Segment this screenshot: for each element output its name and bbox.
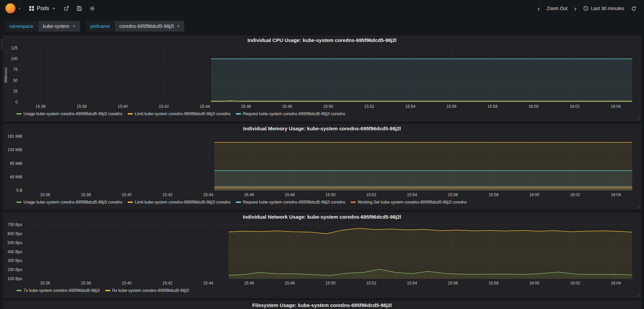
legend-label: Rx kube-system coredns-695f96dcd5-98j2l bbox=[112, 288, 189, 293]
svg-text:15:52: 15:52 bbox=[366, 281, 376, 285]
svg-text:15:58: 15:58 bbox=[488, 192, 498, 197]
svg-text:50: 50 bbox=[13, 78, 18, 83]
svg-text:15:46: 15:46 bbox=[244, 281, 254, 285]
chevron-down-icon: ▼ bbox=[177, 25, 180, 28]
panel-title[interactable]: Individual Network Usage: kube-system co… bbox=[3, 213, 641, 222]
legend-item[interactable]: Request kube-system coredns-695f96dcd5-9… bbox=[236, 200, 345, 205]
svg-text:95 MiB: 95 MiB bbox=[10, 161, 22, 166]
cpu-usage-chart[interactable]: 15:3615:3815:4015:4215:4415:4615:4815:50… bbox=[3, 45, 641, 111]
legend-item[interactable]: Request kube-system coredns-695f96dcd5-9… bbox=[236, 112, 345, 116]
legend-item[interactable]: Usage kube-system coredns-695f96dcd5-98j… bbox=[16, 200, 122, 205]
svg-text:15:42: 15:42 bbox=[162, 192, 172, 197]
legend-swatch bbox=[105, 290, 110, 291]
panel-resize-handle[interactable] bbox=[637, 117, 640, 120]
svg-text:16:04: 16:04 bbox=[611, 281, 621, 285]
share-button[interactable] bbox=[61, 3, 72, 14]
legend-label: Usage kube-system coredns-695f96dcd5-98j… bbox=[24, 200, 122, 205]
svg-text:15:42: 15:42 bbox=[159, 104, 169, 109]
svg-text:15:40: 15:40 bbox=[122, 192, 132, 197]
variable-podname-label: podname bbox=[86, 21, 114, 32]
memory-usage-legend: Usage kube-system coredns-695f96dcd5-98j… bbox=[16, 200, 638, 205]
share-icon bbox=[64, 6, 69, 11]
svg-text:200 Bps: 200 Bps bbox=[7, 267, 22, 272]
panel-network-usage: Individual Network Usage: kube-system co… bbox=[3, 212, 641, 298]
svg-text:125: 125 bbox=[11, 46, 17, 50]
dashboard-picker-button[interactable]: Pods ▼ bbox=[25, 3, 59, 14]
svg-text:75: 75 bbox=[13, 67, 18, 72]
variable-podname-dropdown[interactable]: coredns-695f96dcd5-98j2l ▼ bbox=[115, 21, 184, 32]
variable-namespace-dropdown[interactable]: kube-system ▼ bbox=[38, 21, 80, 32]
svg-text:16:00: 16:00 bbox=[529, 281, 539, 285]
zoom-out-right-chevron[interactable]: › bbox=[571, 5, 579, 12]
panel-memory-usage: Individual Memory Usage: kube-system cor… bbox=[3, 124, 641, 210]
svg-text:143 MiB: 143 MiB bbox=[7, 147, 22, 152]
panel-resize-handle[interactable] bbox=[637, 294, 640, 297]
svg-text:15:38: 15:38 bbox=[77, 104, 87, 109]
variable-namespace: namespace kube-system ▼ bbox=[5, 21, 80, 32]
zoom-out-button[interactable]: Zoom Out bbox=[543, 3, 571, 14]
gear-icon bbox=[89, 6, 95, 11]
legend-swatch bbox=[236, 202, 241, 203]
variable-namespace-label: namespace bbox=[5, 21, 38, 32]
save-icon bbox=[77, 6, 82, 11]
svg-text:16:02: 16:02 bbox=[570, 192, 580, 197]
svg-text:15:56: 15:56 bbox=[448, 192, 458, 197]
svg-text:16:02: 16:02 bbox=[570, 104, 580, 109]
legend-item[interactable]: Limit kube-system coredns-695f96dcd5-98j… bbox=[128, 200, 231, 205]
svg-text:15:36: 15:36 bbox=[40, 192, 50, 197]
svg-text:0: 0 bbox=[15, 100, 18, 104]
legend-label: Limit kube-system coredns-695f96dcd5-98j… bbox=[135, 112, 231, 116]
panel-title[interactable]: Individual CPU Usage: kube-system coredn… bbox=[3, 36, 641, 45]
svg-text:15:36: 15:36 bbox=[40, 281, 50, 285]
svg-text:15:54: 15:54 bbox=[405, 104, 415, 109]
svg-text:15:52: 15:52 bbox=[366, 192, 376, 197]
svg-text:15:44: 15:44 bbox=[203, 192, 213, 197]
settings-button[interactable] bbox=[86, 3, 98, 14]
memory-usage-chart[interactable]: 15:3615:3815:4015:4215:4415:4615:4815:50… bbox=[3, 134, 641, 199]
panel-cpu-usage: Individual CPU Usage: kube-system coredn… bbox=[3, 36, 641, 121]
svg-text:15:54: 15:54 bbox=[407, 281, 417, 285]
legend-swatch bbox=[16, 202, 22, 203]
svg-text:16:04: 16:04 bbox=[611, 104, 621, 109]
legend-label: Usage kube-system coredns-695f96dcd5-98j… bbox=[24, 112, 122, 116]
panel-resize-handle[interactable] bbox=[637, 205, 640, 209]
legend-label: Request kube-system coredns-695f96dcd5-9… bbox=[243, 112, 345, 116]
svg-text:300 Bps: 300 Bps bbox=[7, 258, 22, 263]
time-range-label: Last 30 minutes bbox=[591, 6, 624, 11]
svg-text:25: 25 bbox=[13, 89, 18, 94]
panel-title[interactable]: Filesystem Usage: kube-system coredns-69… bbox=[3, 301, 641, 309]
svg-text:15:48: 15:48 bbox=[285, 192, 295, 197]
legend-item[interactable]: Rx kube-system coredns-695f96dcd5-98j2l bbox=[105, 288, 189, 293]
legend-item[interactable]: Working Set kube-system coredns-695f96dc… bbox=[351, 200, 467, 205]
panel-title[interactable]: Individual Memory Usage: kube-system cor… bbox=[3, 124, 641, 134]
svg-text:15:50: 15:50 bbox=[323, 104, 333, 109]
svg-text:15:48: 15:48 bbox=[282, 104, 292, 109]
svg-text:15:58: 15:58 bbox=[488, 281, 498, 285]
legend-item[interactable]: Usage kube-system coredns-695f96dcd5-98j… bbox=[16, 112, 122, 116]
svg-text:48 MiB: 48 MiB bbox=[10, 175, 22, 179]
svg-text:15:42: 15:42 bbox=[162, 281, 172, 285]
svg-text:15:46: 15:46 bbox=[244, 192, 254, 197]
legend-item[interactable]: Limit kube-system coredns-695f96dcd5-98j… bbox=[128, 112, 231, 116]
time-range-button[interactable]: Last 30 minutes bbox=[580, 3, 628, 14]
variable-namespace-value: kube-system bbox=[43, 24, 69, 29]
svg-text:15:38: 15:38 bbox=[81, 281, 91, 285]
legend-swatch bbox=[128, 202, 133, 203]
logo-caret-icon[interactable]: ▾ bbox=[19, 7, 21, 10]
cpu-usage-legend: Usage kube-system coredns-695f96dcd5-98j… bbox=[16, 112, 638, 116]
svg-text:15:52: 15:52 bbox=[364, 104, 374, 109]
svg-text:15:56: 15:56 bbox=[448, 281, 458, 285]
network-usage-chart[interactable]: 15:3615:3815:4015:4215:4415:4615:4815:50… bbox=[3, 222, 641, 288]
svg-text:Millicores: Millicores bbox=[4, 67, 8, 83]
zoom-out-left-chevron[interactable]: ‹ bbox=[535, 5, 543, 12]
save-button[interactable] bbox=[74, 3, 85, 14]
legend-label: Working Set kube-system coredns-695f96dc… bbox=[358, 200, 467, 205]
svg-text:700 Bps: 700 Bps bbox=[7, 222, 22, 227]
refresh-button[interactable] bbox=[628, 3, 639, 14]
template-variables-row: namespace kube-system ▼ podname coredns-… bbox=[0, 17, 644, 36]
legend-item[interactable]: Tx kube-system coredns-695f96dcd5-98j2l bbox=[16, 288, 100, 293]
svg-text:15:58: 15:58 bbox=[487, 104, 497, 109]
grafana-logo[interactable] bbox=[5, 3, 16, 14]
svg-text:15:56: 15:56 bbox=[446, 104, 456, 109]
legend-label: Request kube-system coredns-695f96dcd5-9… bbox=[243, 200, 345, 205]
